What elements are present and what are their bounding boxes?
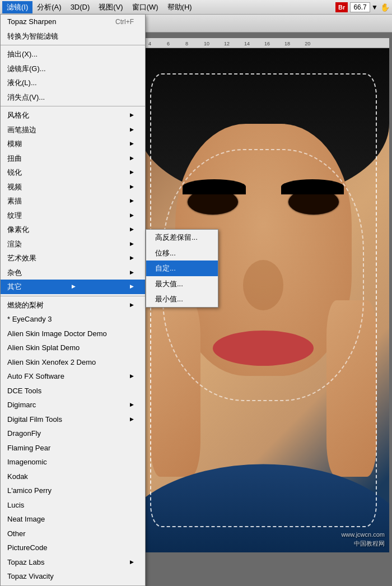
menu-lucis[interactable]: Lucis <box>1 498 145 513</box>
submenu-custom[interactable]: 自定... <box>146 261 218 276</box>
ruler-mark: 8 <box>185 41 188 46</box>
dropdown-container: Topaz Sharpen Ctrl+F 转换为智能滤镜 抽出(X)... 滤镜… <box>0 15 146 586</box>
zoom-input[interactable] <box>350 2 370 12</box>
menu-filter[interactable]: 滤镜(I) <box>2 1 32 13</box>
other-submenu: 高反差保留... 位移... 自定... 最大值... 最小值... <box>146 229 218 308</box>
menu-bar: 滤镜(I) 分析(A) 3D(D) 视图(V) 窗口(W) 帮助(H) Br ▼… <box>0 0 392 15</box>
menu-digimarc[interactable]: Digimarc <box>1 398 145 412</box>
ruler-horizontal: 4 6 8 10 12 14 16 18 20 <box>137 38 389 48</box>
right-eyelash <box>281 179 344 194</box>
menu-sketch[interactable]: 素描 <box>1 194 145 208</box>
lips <box>213 331 314 366</box>
divider-3 <box>1 296 145 296</box>
submenu-maximum[interactable]: 最大值... <box>146 276 218 292</box>
menu-sharpen[interactable]: 锐化 <box>1 165 145 180</box>
zoom-box: ▼ <box>350 2 378 12</box>
menu-alien-skin-splat[interactable]: Alien Skin Splat Demo <box>1 341 145 355</box>
divider-2 <box>1 106 145 106</box>
menu-auto-fx[interactable]: Auto FX Software <box>1 369 145 384</box>
menu-render[interactable]: 渲染 <box>1 237 145 252</box>
submenu-high-pass[interactable]: 高反差保留... <box>146 230 218 245</box>
ruler-mark: 16 <box>264 41 270 46</box>
menu-filter-gallery[interactable]: 滤镜库(G)... <box>1 62 145 76</box>
menu-burning-pear[interactable]: 燃烧的梨树 <box>1 298 145 313</box>
menu-noise[interactable]: 杂色 <box>1 266 145 280</box>
menu-video[interactable]: 视频 <box>1 180 145 194</box>
menu-stylize[interactable]: 风格化 <box>1 108 145 123</box>
menu-digital-film[interactable]: Digital Film Tools <box>1 412 145 427</box>
menu-help[interactable]: 帮助(H) <box>163 1 197 13</box>
br-icon[interactable]: Br <box>335 2 348 12</box>
menu-view[interactable]: 视图(V) <box>94 1 127 13</box>
menu-brush-strokes[interactable]: 画笔描边 <box>1 123 145 137</box>
topaz-sharpen-shortcut: Ctrl+F <box>115 17 134 27</box>
watermark-name: 中国教程网 <box>354 540 385 548</box>
submenu-offset[interactable]: 位移... <box>146 245 218 261</box>
menu-other-plugin[interactable]: Other <box>1 527 145 541</box>
watermark-site: www.jcwcn.com <box>341 531 385 538</box>
ruler-mark: 20 <box>305 41 310 46</box>
ruler-mark: 14 <box>244 41 250 46</box>
menu-topaz-vivacity[interactable]: Topaz Vivacity <box>1 569 145 584</box>
menu-extract[interactable]: 抽出(X)... <box>1 47 145 62</box>
menu-texture[interactable]: 纹理 <box>1 208 145 223</box>
ruler-mark: 6 <box>167 41 170 46</box>
nose <box>243 260 283 310</box>
submenu-minimum[interactable]: 最小值... <box>146 291 218 307</box>
menu-dragonfly[interactable]: DragonFly <box>1 426 145 441</box>
menu-blur[interactable]: 模糊 <box>1 137 145 151</box>
ruler-mark: 4 <box>148 41 151 46</box>
menu-imagenomic[interactable]: Imagenomic <box>1 455 145 469</box>
menu-artistic[interactable]: 艺术效果 <box>1 251 145 266</box>
ruler-mark: 18 <box>284 41 290 46</box>
menu-liquefy[interactable]: 液化(L)... <box>1 76 145 90</box>
menu-eyecandy[interactable]: * EyeCandy 3 <box>1 312 145 327</box>
left-hand <box>150 300 200 477</box>
menu-analyze[interactable]: 分析(A) <box>32 1 66 13</box>
menu-alien-skin-xenofex[interactable]: Alien Skin Xenofex 2 Demo <box>1 355 145 370</box>
menu-vanishing-point[interactable]: 消失点(V)... <box>1 90 145 105</box>
menu-alien-skin-doctor[interactable]: Alien Skin Image Doctor Demo <box>1 327 145 341</box>
menu-dce-tools[interactable]: DCE Tools <box>1 384 145 398</box>
left-eyelash <box>183 179 246 194</box>
menu-picturecode[interactable]: PictureCode <box>1 541 145 555</box>
hand-icon[interactable]: ✋ <box>380 3 390 12</box>
divider-1 <box>1 45 145 45</box>
topaz-sharpen-label: Topaz Sharpen <box>7 16 56 27</box>
menu-distort[interactable]: 扭曲 <box>1 151 145 166</box>
menu-window[interactable]: 窗口(W) <box>128 1 163 13</box>
menu-flaming-pear[interactable]: Flaming Pear <box>1 441 145 455</box>
convert-smart-label: 转换为智能滤镜 <box>7 31 58 42</box>
menu-kodak[interactable]: Kodak <box>1 469 145 484</box>
menu-other[interactable]: 其它 ▶ <box>1 280 145 294</box>
ruler-mark: 12 <box>224 41 230 46</box>
right-hand <box>326 300 377 477</box>
filter-dropdown-menu: Topaz Sharpen Ctrl+F 转换为智能滤镜 抽出(X)... 滤镜… <box>0 15 146 586</box>
menu-bar-right: Br ▼ ✋ <box>335 2 390 12</box>
menu-neat-image[interactable]: Neat Image <box>1 512 145 527</box>
zoom-percent: ▼ <box>371 3 378 11</box>
ruler-mark: 10 <box>204 41 209 46</box>
menu-topaz-labs[interactable]: Topaz Labs <box>1 555 145 570</box>
menu-topaz-sharpen[interactable]: Topaz Sharpen Ctrl+F <box>1 15 145 29</box>
menu-convert-smart[interactable]: 转换为智能滤镜 <box>1 29 145 44</box>
divider-4 <box>1 585 145 586</box>
menu-3d[interactable]: 3D(D) <box>66 2 95 12</box>
menu-lamico-perry[interactable]: L'amico Perry <box>1 483 145 498</box>
menu-pixelate[interactable]: 像素化 <box>1 222 145 237</box>
